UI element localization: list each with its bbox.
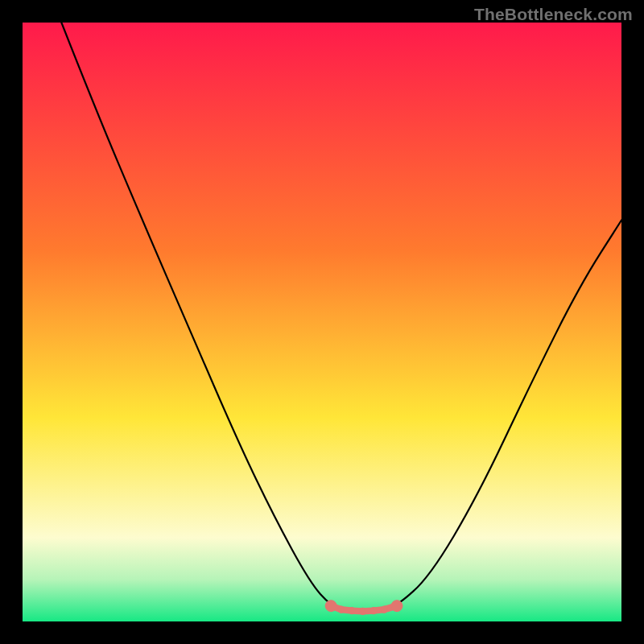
floor-marker (349, 607, 355, 613)
floor-marker (359, 608, 365, 614)
plot-area (23, 23, 621, 621)
floor-marker (325, 601, 336, 612)
plot-svg (23, 23, 621, 621)
floor-marker (370, 607, 377, 613)
floor-marker (338, 606, 345, 613)
chart-stage: TheBottleneck.com (0, 0, 644, 644)
watermark-label: TheBottleneck.com (474, 5, 633, 24)
floor-marker (391, 601, 402, 612)
gradient-background (23, 23, 621, 621)
floor-marker (381, 606, 387, 613)
